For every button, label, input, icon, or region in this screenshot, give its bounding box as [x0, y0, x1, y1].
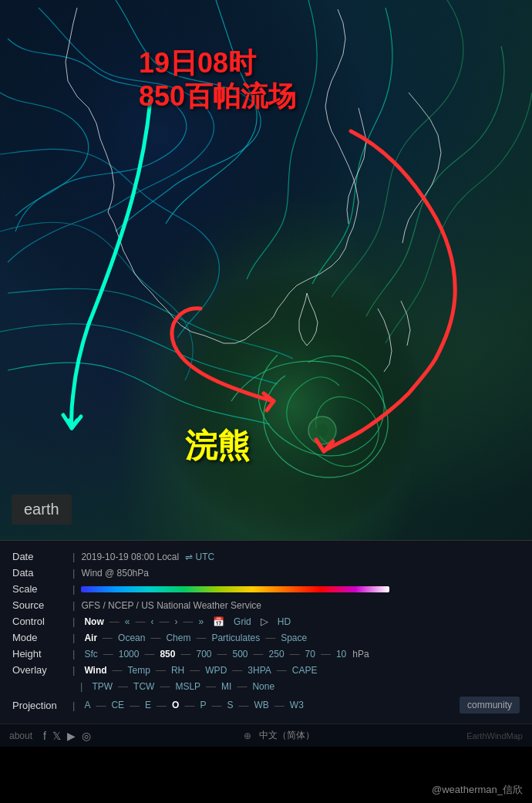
date-label: Date	[12, 551, 66, 562]
proj-a[interactable]: A	[84, 700, 90, 710]
control-prev[interactable]: ‹	[150, 616, 153, 627]
language-selector[interactable]: 中文（简体）	[259, 729, 315, 742]
overlay-temp[interactable]: Temp	[128, 665, 150, 676]
mode-row: Mode | Air — Ocean — Chem — Particulates…	[12, 629, 520, 646]
twitter-icon[interactable]: 𝕏	[52, 730, 61, 742]
utc-toggle[interactable]: ⇌ UTC	[185, 552, 214, 562]
overlay-wpd[interactable]: WPD	[205, 665, 227, 676]
height-unit: hPa	[352, 649, 369, 660]
height-sfc[interactable]: Sfc	[84, 649, 97, 660]
earth-watermark: earth	[12, 494, 72, 525]
mode-label: Mode	[12, 632, 66, 643]
control-next[interactable]: ›	[174, 616, 177, 627]
control-now[interactable]: Now	[84, 616, 103, 627]
color-scale-bar	[81, 586, 389, 592]
overlay-3hpa[interactable]: 3HPA	[247, 665, 271, 676]
control-row: Control | Now — « — ‹ — › — » 📅 Grid ▷ H…	[12, 613, 520, 629]
youtube-icon[interactable]: ▶	[67, 730, 76, 742]
height-row: Height | Sfc — 1000 — 850 — 700 — 500 — …	[12, 646, 520, 662]
map-title: 19日08时 850百帕流场	[139, 46, 296, 113]
overlay-tpw[interactable]: TPW	[92, 681, 113, 692]
source-row: Source | GFS / NCEP / US National Weathe…	[12, 597, 520, 613]
proj-s[interactable]: S	[227, 700, 233, 710]
overlay-mslp[interactable]: MSLP	[175, 681, 200, 692]
info-panel: Date | 2019-10-19 08:00 Local ⇌ UTC Data…	[0, 540, 532, 724]
date-value: 2019-10-19 08:00 Local	[81, 552, 179, 562]
scale-label: Scale	[12, 583, 66, 595]
control-next-fast[interactable]: »	[198, 616, 204, 627]
source-label: Source	[12, 599, 66, 611]
date-row: Date | 2019-10-19 08:00 Local ⇌ UTC	[12, 548, 520, 565]
overlay-mi[interactable]: MI	[221, 681, 231, 692]
height-700[interactable]: 700	[196, 649, 211, 660]
overlay-row2: | TPW — TCW — MSLP — MI — None	[12, 678, 520, 694]
control-label: Control	[12, 616, 66, 627]
overlay-wind[interactable]: Wind	[84, 665, 106, 676]
map-container: 19日08时 850百帕流场 浣熊 earth	[0, 0, 532, 540]
data-value: Wind @ 850hPa	[81, 568, 149, 579]
control-prev-fast[interactable]: «	[125, 616, 130, 627]
overlay-none[interactable]: None	[252, 681, 274, 692]
instagram-icon[interactable]: ◎	[82, 730, 91, 742]
facebook-icon[interactable]: f	[43, 730, 46, 742]
overlay-rh[interactable]: RH	[171, 665, 184, 676]
height-label: Height	[12, 648, 66, 660]
overlay-label: Overlay	[12, 664, 66, 676]
proj-wb[interactable]: WB	[254, 700, 268, 710]
about-link[interactable]: about	[9, 730, 32, 741]
proj-o[interactable]: O	[172, 700, 179, 710]
mode-chem[interactable]: Chem	[166, 633, 190, 643]
height-850[interactable]: 850	[160, 649, 175, 660]
mode-ocean[interactable]: Ocean	[118, 633, 145, 643]
height-10[interactable]: 10	[336, 649, 346, 660]
earthwindmap-credit: EarthWindMap	[466, 731, 523, 741]
overlay-cape[interactable]: CAPE	[292, 665, 318, 676]
projection-label: Projection	[12, 700, 66, 711]
height-1000[interactable]: 1000	[119, 649, 140, 660]
proj-p[interactable]: P	[200, 700, 206, 710]
bottom-bar: about f 𝕏 ▶ ◎ ⊕ 中文（简体） EarthWindMap	[0, 724, 532, 747]
scale-row: Scale |	[12, 581, 520, 597]
data-row: Data | Wind @ 850hPa	[12, 565, 520, 581]
proj-e[interactable]: E	[145, 700, 151, 710]
overlay-tcw[interactable]: TCW	[133, 681, 154, 692]
weibo-watermark: @weatherman_信欣	[432, 783, 523, 797]
data-label: Data	[12, 567, 66, 579]
mode-space[interactable]: Space	[281, 633, 307, 643]
mode-particulates[interactable]: Particulates	[211, 633, 260, 643]
typhoon-name: 浣熊	[185, 424, 250, 467]
proj-w3[interactable]: W3	[290, 700, 304, 710]
height-70[interactable]: 70	[305, 649, 315, 660]
overlay-row1: Overlay | Wind — Temp — RH — WPD — 3HPA …	[12, 662, 520, 678]
source-value: GFS / NCEP / US National Weather Service	[81, 600, 261, 611]
community-button[interactable]: community	[460, 697, 520, 714]
projection-row: Projection | A — CE — E — O — P — S — WB…	[12, 694, 520, 716]
proj-ce[interactable]: CE	[111, 700, 124, 710]
social-icons: f 𝕏 ▶ ◎	[43, 730, 91, 742]
height-250[interactable]: 250	[269, 649, 285, 660]
control-calendar[interactable]: 📅	[213, 616, 224, 627]
height-500[interactable]: 500	[233, 649, 248, 660]
control-grid[interactable]: Grid	[234, 616, 251, 627]
mode-air[interactable]: Air	[84, 633, 97, 643]
control-hd[interactable]: HD	[278, 616, 291, 627]
